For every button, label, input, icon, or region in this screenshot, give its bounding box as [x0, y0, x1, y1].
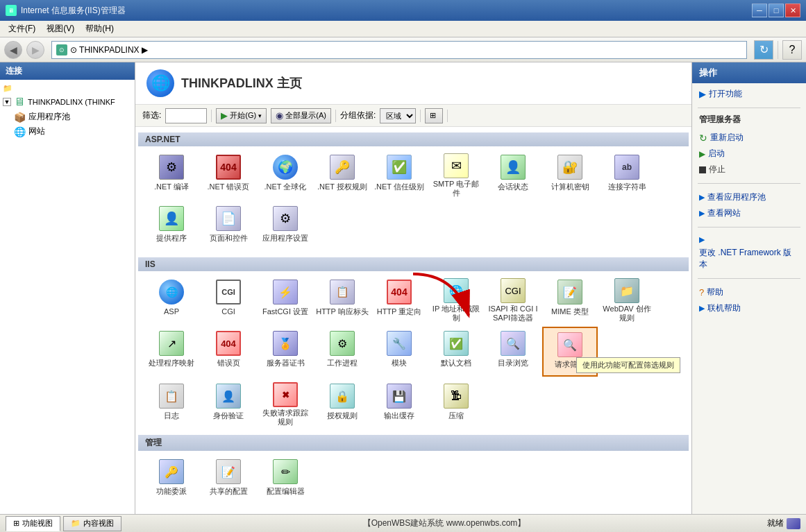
tree-server[interactable]: ▼ 🖥 THINKPADLINX (THINKF: [0, 94, 135, 110]
icon-req-filter-label: 请求筛选: [555, 360, 585, 369]
icon-config-editor[interactable]: ✏ 配置编辑器: [258, 455, 313, 505]
icon-session-label: 会话状态: [498, 182, 528, 191]
icon-page[interactable]: 📄 页面和控件: [201, 202, 256, 252]
tree-item-add[interactable]: 📁: [0, 83, 135, 94]
action-online-help-label: 联机帮助: [707, 302, 741, 314]
action-section-open: ▶ 打开功能: [692, 83, 806, 105]
icon-auth2-label: 身份验证: [213, 411, 244, 420]
divider-3: [698, 227, 800, 228]
icon-cgi[interactable]: CGI CGI: [201, 275, 256, 325]
action-help[interactable]: ? 帮助: [692, 284, 806, 300]
close-button[interactable]: ✕: [785, 3, 800, 17]
icon-machinekey[interactable]: 🔐 计算机密钥: [542, 151, 598, 200]
icon-delegate[interactable]: 🔑 功能委派: [144, 455, 199, 505]
icon-shared-config-label: 共享的配置: [210, 487, 248, 496]
icon-handler[interactable]: ↗ 处理程序映射: [144, 327, 199, 377]
action-online-help[interactable]: ▶ 联机帮助: [692, 300, 806, 316]
icon-compress[interactable]: 🗜 压缩: [428, 379, 484, 429]
action-start[interactable]: ▶ 启动: [692, 146, 806, 162]
status-icon: [787, 518, 800, 529]
menu-bar: 文件(F) 视图(V) 帮助(H): [0, 21, 806, 37]
action-open-feature[interactable]: ▶ 打开功能: [692, 86, 806, 102]
action-change-framework[interactable]: ▶ 更改 .NET Framework 版本: [692, 233, 806, 273]
tree-site[interactable]: 🌐 网站: [0, 124, 135, 139]
section-manage: 管理: [138, 435, 689, 451]
icon-connstring[interactable]: ab 连接字符串: [599, 151, 655, 200]
menu-help[interactable]: 帮助(H): [80, 22, 119, 36]
icon-errpage[interactable]: 404 错误页: [201, 327, 256, 377]
icon-redirect[interactable]: 404 HTTP 重定向: [371, 275, 427, 325]
filter-bar: 筛选: ▶ 开始(G) ▾ ◉ 全部显示(A) 分组依据: 区域 ⊞: [135, 105, 691, 127]
tab-feature-view-label: 功能视图: [22, 518, 53, 529]
icon-appsetting[interactable]: ⚙ 应用程序设置: [258, 202, 313, 252]
icon-log[interactable]: 📋 日志: [144, 379, 199, 429]
icon-net-trust[interactable]: ✅ .NET 信任级别: [371, 151, 427, 200]
icon-net-auth[interactable]: 🔑 .NET 授权规则: [314, 151, 370, 200]
status-right: 就绪: [767, 517, 800, 529]
tab-feature-view[interactable]: ⊞ 功能视图: [6, 516, 60, 531]
divider-1: [698, 108, 800, 108]
icon-provider[interactable]: 👤 提供程序: [144, 202, 199, 252]
action-section-manage: ↻ 重新启动 ▶ 启动 停止: [692, 127, 806, 180]
icon-cert[interactable]: 🏅 服务器证书: [258, 327, 313, 377]
icon-ip-label: IP 地址和域限制: [430, 304, 482, 323]
tree-expand-icon[interactable]: ▼: [3, 98, 11, 106]
icon-dir-browse[interactable]: 🔍 目录浏览: [485, 327, 541, 377]
page-title: THINKPADLINX 主页: [181, 75, 302, 92]
refresh-button[interactable]: ↻: [754, 40, 773, 60]
icon-smtp[interactable]: ✉ SMTP 电子邮件: [428, 151, 484, 200]
icon-webdav[interactable]: 📁 WebDAV 创作规则: [599, 275, 655, 325]
aspnet-icons: ⚙ .NET 编译 404 .NET 错误页 🌍 .NET 全球化: [138, 148, 689, 255]
action-restart[interactable]: ↻ 重新启动: [692, 130, 806, 146]
action-start-label: 启动: [708, 148, 725, 160]
icon-asp-label: ASP: [164, 307, 179, 316]
filter-label: 筛选:: [142, 110, 161, 121]
menu-view[interactable]: 视图(V): [41, 22, 80, 36]
icon-auth2[interactable]: 👤 身份验证: [201, 379, 256, 429]
icon-ip[interactable]: 🌐 IP 地址和域限制: [428, 275, 484, 325]
icon-mime[interactable]: 📝 MIME 类型: [542, 275, 598, 325]
content-area: 🌐 THINKPADLINX 主页 筛选: ▶ 开始(G) ▾ ◉ 全部显示(A…: [135, 62, 691, 514]
icon-net-error[interactable]: 404 .NET 错误页: [201, 151, 256, 200]
action-change-framework-label: 更改 .NET Framework 版本: [699, 247, 799, 271]
icon-trace[interactable]: ✖ 失败请求跟踪规则: [258, 379, 313, 429]
action-stop-label: 停止: [709, 164, 725, 175]
view-button[interactable]: ⊞: [425, 108, 443, 123]
icon-session[interactable]: 👤 会话状态: [485, 151, 541, 200]
icon-module[interactable]: 🔧 模块: [371, 327, 427, 377]
tab-content-view[interactable]: 📁 内容视图: [63, 516, 121, 531]
icon-fastcgi[interactable]: ⚡ FastCGI 设置: [258, 275, 313, 325]
icon-isapi[interactable]: CGI ISAPI 和 CGI ISAPI筛选器: [485, 275, 541, 325]
icon-cache[interactable]: 💾 输出缓存: [371, 379, 427, 429]
help-button[interactable]: ?: [782, 40, 802, 60]
icon-req-filter[interactable]: 🔍 请求筛选: [542, 327, 598, 377]
icon-compress-label: 压缩: [448, 411, 464, 420]
forward-button[interactable]: ▶: [26, 41, 44, 59]
tree-pool[interactable]: 📦 应用程序池: [0, 110, 135, 124]
icon-asp[interactable]: 🌐 ASP: [144, 275, 199, 325]
group-by-select[interactable]: 区域: [380, 108, 416, 123]
icon-appsetting-label: 应用程序设置: [262, 234, 308, 243]
action-view-pool[interactable]: ▶ 查看应用程序池: [692, 189, 806, 205]
icon-redirect-label: HTTP 重定向: [377, 307, 422, 316]
icon-default-doc[interactable]: ✅ 默认文档: [428, 327, 484, 377]
maximize-button[interactable]: □: [769, 3, 784, 17]
icon-http-head[interactable]: 📋 HTTP 响应标头: [314, 275, 370, 325]
window-title: Internet 信息服务(IIS)管理器: [21, 5, 126, 17]
show-all-button[interactable]: ◉ 全部显示(A): [271, 108, 331, 123]
icon-net-global[interactable]: 🌍 .NET 全球化: [258, 151, 313, 200]
status-ready: 就绪: [767, 517, 784, 529]
icon-net-compile[interactable]: ⚙ .NET 编译: [144, 151, 199, 200]
icon-authz[interactable]: 🔒 授权规则: [314, 379, 370, 429]
icon-worker[interactable]: ⚙ 工作进程: [314, 327, 370, 377]
back-button[interactable]: ◀: [4, 41, 22, 59]
filter-input[interactable]: [165, 108, 207, 123]
action-stop[interactable]: 停止: [692, 162, 806, 178]
menu-file[interactable]: 文件(F): [3, 22, 41, 36]
action-view-site[interactable]: ▶ 查看网站: [692, 205, 806, 221]
start-button[interactable]: ▶ 开始(G) ▾: [216, 108, 267, 123]
minimize-button[interactable]: ─: [752, 3, 767, 17]
icon-trace-label: 失败请求跟踪规则: [259, 409, 312, 427]
icon-net-global-label: .NET 全球化: [265, 182, 307, 191]
icon-shared-config[interactable]: 📝 共享的配置: [201, 455, 256, 505]
